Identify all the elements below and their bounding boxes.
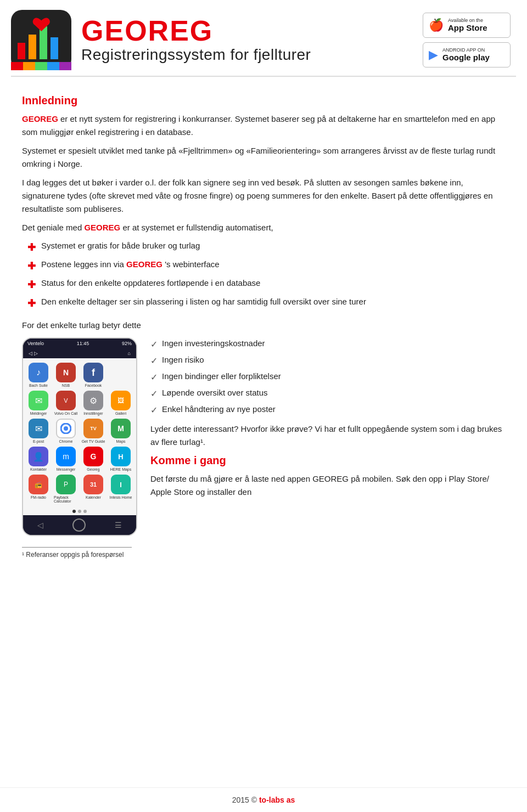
googleplay-text: ANDROID APP ON Google play [442, 48, 490, 63]
google-play-icon: ▶ [429, 48, 438, 62]
empty-slot [109, 363, 128, 382]
closing-paragraph: Lyder dette interessant? Hvorfor ikke pr… [150, 422, 505, 449]
list-item: ✚ Postene legges inn via GEOREG 's webin… [27, 258, 505, 274]
dot-inactive [78, 510, 81, 513]
phone-status-bar: Ventelo 11:45 92% [23, 339, 136, 348]
svg-rect-3 [40, 26, 47, 59]
app-epost: ✉ E-post [26, 419, 51, 443]
svg-rect-1 [18, 43, 25, 59]
svg-rect-5 [11, 62, 23, 70]
check-item-1: ✓ Ingen investeringskostnader [150, 337, 505, 351]
app-meldinger: ✉ Meldinger [26, 391, 51, 415]
carrier-name: Ventelo [27, 341, 44, 346]
app-payback: P Payback Calculator [54, 475, 78, 503]
page-header: GEOREG Registreringssystem for fjellture… [0, 0, 527, 76]
svg-rect-2 [29, 35, 36, 59]
app-innstillinger: ⚙ Innstillinger [81, 391, 105, 415]
svg-rect-9 [59, 62, 71, 70]
appstore-badge[interactable]: 🍎 Available on the App Store [423, 13, 511, 38]
main-content: Innledning GEOREG er et nytt system for … [0, 77, 527, 569]
svg-rect-4 [51, 37, 58, 59]
footnote-divider [22, 547, 132, 548]
googleplay-badge[interactable]: ▶ ANDROID APP ON Google play [423, 42, 511, 67]
app-heremaps: H HERE Maps [109, 447, 133, 471]
check-icon-4: ✓ [150, 387, 158, 401]
footer-year: 2015 © [232, 796, 257, 804]
cross-icon-1: ✚ [27, 240, 36, 255]
georeg-ref-2: GEOREG [84, 223, 120, 232]
check-list: ✓ Ingen investeringskostnader ✓ Ingen ri… [150, 337, 505, 417]
app-galleri: 🖼 Galleri [109, 391, 133, 415]
right-column: ✓ Ingen investeringskostnader ✓ Ingen ri… [150, 337, 505, 504]
app-fmradio: 📻 FM-radio [26, 475, 51, 503]
check-icon-3: ✓ [150, 371, 158, 384]
phone-back-btn: ◁ [37, 521, 43, 529]
page-footer: 2015 © to-labs as [0, 787, 527, 812]
cross-icon-2: ✚ [27, 259, 36, 274]
nav-back: ◁ ▷ [29, 351, 38, 356]
two-column-layout: Ventelo 11:45 92% ◁ ▷ ⌂ ♪ Bach Suite [22, 337, 505, 536]
intro-paragraph-1: GEOREG er et nytt system for registrerin… [22, 112, 505, 139]
svg-point-11 [64, 426, 68, 431]
header-title-block: GEOREG Registreringssystem for fjellture… [81, 16, 412, 64]
dot-inactive-2 [83, 510, 87, 513]
phone-menu-btn: ☰ [115, 521, 122, 529]
brand-name: GEOREG [81, 16, 412, 45]
check-icon-1: ✓ [150, 338, 158, 351]
app-bach-suite: ♪ Bach Suite [26, 363, 51, 387]
check-item-2: ✓ Ingen risiko [150, 354, 505, 368]
app-maps: M Maps [109, 419, 133, 443]
phone-pagination [23, 507, 136, 515]
georeg-ref-1: GEOREG [22, 114, 58, 123]
turlag-intro: For det enkelte turlag betyr dette [22, 319, 505, 332]
brand-subtitle: Registreringssystem for fjellturer [81, 46, 412, 64]
check-icon-5: ✓ [150, 404, 158, 417]
intro-paragraph-4: Det geniale med GEOREG er at systemet er… [22, 221, 505, 234]
phone-mockup: Ventelo 11:45 92% ◁ ▷ ⌂ ♪ Bach Suite [22, 337, 137, 536]
app-georeg: G Georeg [81, 447, 105, 471]
app-messenger: m Messenger [54, 447, 78, 471]
appstore-text: Available on the App Store [448, 18, 487, 33]
svg-rect-6 [23, 62, 35, 70]
app-gettvguide: TV Get TV Guide [81, 419, 105, 443]
svg-rect-7 [35, 62, 47, 70]
list-item: ✚ Status for den enkelte oppdateres fort… [27, 277, 505, 292]
app-kontakter: 👤 Kontakter [26, 447, 51, 471]
check-item-3: ✓ Ingen bindinger eller forpliktelser [150, 370, 505, 384]
battery-level: 92% [122, 341, 132, 346]
store-badges: 🍎 Available on the App Store ▶ ANDROID A… [423, 13, 511, 67]
georeg-ref-3: GEOREG [126, 260, 162, 269]
intro-paragraph-2: Systemet er spesielt utviklet med tanke … [22, 144, 505, 171]
app-logo [11, 10, 71, 70]
nav-home: ⌂ [128, 351, 131, 356]
innledning-heading: Innledning [22, 94, 505, 107]
check-item-5: ✓ Enkel håndtering av nye poster [150, 403, 505, 417]
footnote: ¹ Referanser oppgis på forespørsel [22, 551, 505, 559]
phone-home-btn [72, 518, 86, 532]
apple-icon: 🍎 [429, 18, 444, 32]
dot-active [72, 510, 76, 513]
feature-list: ✚ Systemet er gratis for både bruker og … [22, 240, 505, 311]
check-item-4: ✓ Løpende oversikt over status [150, 387, 505, 401]
cross-icon-4: ✚ [27, 296, 36, 311]
phone-nav-bar: ◁ ▷ ⌂ [23, 348, 136, 358]
phone-time: 11:45 [77, 341, 89, 346]
cross-icon-3: ✚ [27, 278, 36, 292]
komme-i-gang-heading: Komme i gang [150, 454, 505, 467]
app-facebook: f Facebook [81, 363, 105, 387]
phone-app-grid: ♪ Bach Suite N NSB f Facebook ✉ Meldin [23, 358, 136, 507]
app-kalender: 31 Kalender [81, 475, 105, 503]
list-item: ✚ Systemet er gratis for både bruker og … [27, 240, 505, 255]
list-item: ✚ Den enkelte deltager ser sin plasserin… [27, 296, 505, 311]
intro-paragraph-3: I dag legges det ut bøker i varder o.l. … [22, 176, 505, 216]
app-nsb: N NSB [54, 363, 78, 387]
app-volvo: V Volvo On Call [54, 391, 78, 415]
phone-screen: ◁ ▷ ⌂ ♪ Bach Suite N NSB f Facebook [23, 348, 136, 515]
check-icon-2: ✓ [150, 354, 158, 368]
app-chrome: Chrome [54, 419, 78, 443]
footer-company: to-labs as [259, 796, 295, 804]
komme-i-gang-text: Det første du må gjøre er å laste ned ap… [150, 472, 505, 499]
svg-rect-8 [47, 62, 59, 70]
app-intesis: I Intesis Home [109, 475, 133, 503]
phone-home-bar: ◁ ☰ [23, 515, 136, 535]
